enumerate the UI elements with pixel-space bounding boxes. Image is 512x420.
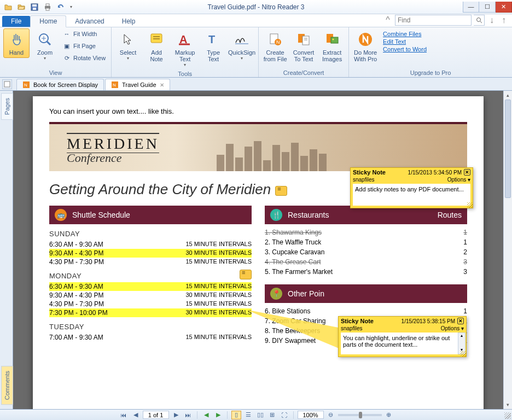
sticky-note-2[interactable]: Sticky Note1/15/2013 5:38:15 PM✕ snapfil… xyxy=(338,316,467,357)
nav-fwd-button[interactable]: ▶ xyxy=(213,411,223,419)
continuous-view-button[interactable]: ☰ xyxy=(243,411,253,419)
extract-images-button[interactable]: Extract Images xyxy=(319,28,345,65)
scrollbar-thumb[interactable] xyxy=(505,100,511,198)
nav-back-button[interactable]: ◀ xyxy=(201,411,211,419)
pages-panel-tab[interactable]: Pages xyxy=(1,93,13,120)
scroll-up-button[interactable]: ▴ xyxy=(458,333,465,340)
open-folder-icon xyxy=(4,3,13,11)
do-more-pro-button[interactable]: Do More With Pro xyxy=(352,28,379,65)
cursor-icon xyxy=(119,31,137,48)
type-text-button[interactable]: TType Text xyxy=(200,28,226,65)
zoom-button[interactable]: Zoom ▾ xyxy=(32,28,58,63)
sticky-note-1[interactable]: Sticky Note1/15/2013 5:34:50 PM✕ snapfil… xyxy=(350,167,473,208)
maximize-button[interactable]: ☐ xyxy=(479,2,496,13)
add-note-button[interactable]: Add Note xyxy=(143,28,170,65)
facing-view-button[interactable]: ▯▯ xyxy=(255,411,265,419)
file-tab[interactable]: File xyxy=(2,16,30,27)
banner-image: MERIDIEN Conference xyxy=(49,122,467,171)
sticky-resize-handle[interactable] xyxy=(467,202,473,208)
sticky-options-button[interactable]: Options ▾ xyxy=(447,177,470,183)
print-icon xyxy=(43,3,52,11)
tab-home[interactable]: Home xyxy=(30,15,66,27)
doc-tab-2[interactable]: NTravel Guide✕ xyxy=(105,79,170,90)
svg-rect-4 xyxy=(46,4,49,6)
svg-rect-12 xyxy=(151,34,162,43)
ribbon-tab-strip: File Home Advanced Help ^ ↓ ↑ xyxy=(0,14,512,27)
sticky-note-marker-icon[interactable] xyxy=(275,186,287,196)
undo-icon xyxy=(56,3,65,11)
sticky-close-button[interactable]: ✕ xyxy=(464,169,470,176)
qat-save-button[interactable] xyxy=(28,1,40,13)
window-resize-grip[interactable] xyxy=(504,412,511,419)
tab-advanced[interactable]: Advanced xyxy=(66,16,113,27)
doc-tab-1[interactable]: NBook for Screen Display xyxy=(16,79,104,90)
single-page-view-button[interactable]: ▯ xyxy=(231,411,241,419)
find-button[interactable] xyxy=(474,15,485,26)
find-prev-button[interactable]: ↓ xyxy=(487,15,497,25)
page-number-input[interactable] xyxy=(143,411,169,419)
first-page-button[interactable]: ⏮ xyxy=(119,411,129,419)
create-file-icon: N xyxy=(266,31,284,48)
edit-text-link[interactable]: Edit Text xyxy=(383,38,427,45)
convert-to-text-button[interactable]: Convert To Text xyxy=(290,28,317,65)
sticky-note-body[interactable]: Add sticky notes to any PDF document... xyxy=(353,184,470,206)
svg-rect-27 xyxy=(331,37,338,43)
minimize-button[interactable]: — xyxy=(463,2,479,13)
fit-width-button[interactable]: ↔Fit Width xyxy=(60,28,108,39)
vertical-scrollbar[interactable]: ▴ ▾ xyxy=(503,91,512,409)
sticky-resize-handle[interactable] xyxy=(461,351,466,357)
window-controls: — ☐ ✕ xyxy=(463,2,512,13)
close-button[interactable]: ✕ xyxy=(496,2,512,13)
convert-to-word-link[interactable]: Convert to Word xyxy=(383,46,427,52)
create-from-file-button[interactable]: NCreate from File xyxy=(262,28,288,65)
find-next-button[interactable]: ↑ xyxy=(499,15,509,25)
svg-point-6 xyxy=(476,18,480,22)
comments-panel-tab[interactable]: Comments xyxy=(1,366,13,405)
qat-more-button[interactable]: ▾ xyxy=(68,1,74,13)
zoom-in-button[interactable]: ⊕ xyxy=(384,411,394,419)
scroll-up-button[interactable]: ▴ xyxy=(504,91,512,100)
restaurant-row: 4. The Grease Cart3 xyxy=(265,257,467,267)
page-thumb-icon xyxy=(4,81,10,88)
prev-page-button[interactable]: ◀ xyxy=(131,411,141,419)
search-icon xyxy=(476,17,482,24)
fit-page-button[interactable]: ▣Fit Page xyxy=(60,40,108,51)
sticky-note-body[interactable]: You can highlight, underline or strike o… xyxy=(341,332,464,354)
scroll-down-button[interactable]: ▾ xyxy=(504,400,512,409)
qat-print-button[interactable] xyxy=(42,1,54,13)
document-viewport[interactable]: You can insert your own text.... like th… xyxy=(13,91,503,409)
left-panel: Pages Comments xyxy=(0,91,13,409)
zoom-slider-thumb[interactable] xyxy=(359,412,362,418)
tab-help[interactable]: Help xyxy=(113,16,144,27)
ribbon-collapse-button[interactable]: ^ xyxy=(383,15,393,25)
next-page-button[interactable]: ▶ xyxy=(171,411,181,419)
svg-rect-5 xyxy=(46,8,49,10)
thumbnail-toggle-button[interactable] xyxy=(2,79,12,89)
markup-text-button[interactable]: AMarkup Text▾ xyxy=(172,28,198,69)
hand-tool-button[interactable]: Hand xyxy=(3,28,30,58)
qat-folder-button[interactable] xyxy=(15,1,27,13)
combine-files-link[interactable]: Combine Files xyxy=(383,31,427,37)
last-page-button[interactable]: ⏭ xyxy=(183,411,193,419)
markup-icon: A xyxy=(176,31,194,48)
zoom-slider[interactable] xyxy=(338,414,382,416)
schedule-row: 9:30 AM - 4:30 PM30 MINUTE INTERVALS xyxy=(49,291,252,300)
fork-knife-icon: 🍴 xyxy=(270,209,282,221)
qat-undo-button[interactable] xyxy=(55,1,67,13)
close-tab-button[interactable]: ✕ xyxy=(160,82,164,88)
fullscreen-button[interactable]: ⛶ xyxy=(280,411,289,419)
sticky-note-marker-icon[interactable] xyxy=(240,270,252,279)
zoom-input[interactable] xyxy=(298,411,324,419)
svg-line-7 xyxy=(480,21,482,23)
select-button[interactable]: Select▾ xyxy=(115,28,141,63)
rotate-view-button[interactable]: ⟳Rotate View xyxy=(60,52,108,63)
continuous-facing-button[interactable]: ⊞ xyxy=(267,411,277,419)
folder-icon xyxy=(17,3,26,11)
quicksign-button[interactable]: QuickSign▾ xyxy=(229,28,255,63)
find-input[interactable] xyxy=(395,15,472,26)
sticky-options-button[interactable]: Options ▾ xyxy=(441,325,464,331)
rotate-icon: ⟳ xyxy=(62,54,71,62)
qat-open-button[interactable] xyxy=(2,1,14,13)
zoom-out-button[interactable]: ⊖ xyxy=(326,411,336,419)
sticky-close-button[interactable]: ✕ xyxy=(457,318,464,324)
